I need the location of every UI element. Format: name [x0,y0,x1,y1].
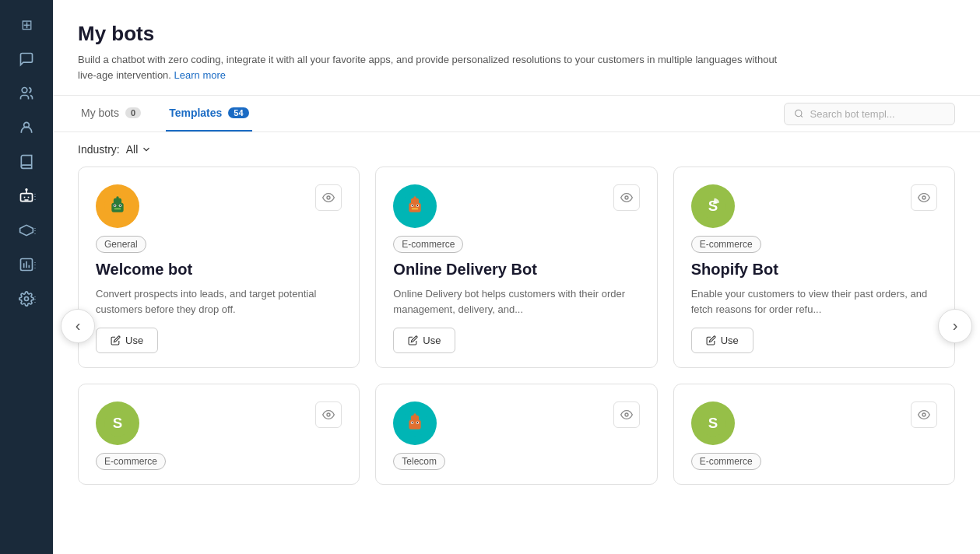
cards-grid-row1: General Welcome bot Convert prospects in… [78,167,955,368]
eye-icon [918,408,930,421]
card-welcome-bot: General Welcome bot Convert prospects in… [78,167,360,368]
svg-point-47 [922,413,926,416]
svg-point-34 [327,413,330,416]
svg-point-23 [412,205,413,206]
card-shopify-bot-3: S E-commerce [673,384,955,485]
tab-my-bots[interactable]: My bots 0 [78,96,144,131]
edit-icon [706,335,716,345]
card5-preview[interactable] [613,401,640,428]
svg-point-40 [412,422,413,423]
shopify-bot-avatar: S [691,184,735,228]
svg-point-16 [116,196,118,198]
search-box[interactable] [784,103,955,125]
card6-tag: E-commerce [691,453,761,470]
chat-icon[interactable] [11,44,42,75]
shopify-bot2-avatar: S [96,401,139,445]
svg-text:S: S [708,415,717,431]
main-content: My bots Build a chatbot with zero coding… [53,0,980,554]
cards-grid-row2: S E-commerce [78,384,955,485]
svg-point-3 [26,189,27,191]
shopify-bot-desc: Enable your customers to view their past… [691,286,937,317]
filter-row: Industry: All [53,132,980,167]
chart-icon[interactable]: ⋮ [11,249,42,280]
welcome-bot-avatar [96,184,139,228]
edit-icon [111,335,121,345]
delivery-bot-desc: Online Delivery bot helps customers with… [393,286,639,317]
welcome-bot-title: Welcome bot [96,261,342,279]
eye-icon [322,191,335,204]
shopify-bot-tag: E-commerce [691,236,761,253]
shopify-bot-preview[interactable] [911,184,937,211]
filter-label: Industry: [78,143,120,156]
card4-tag: E-commerce [96,453,166,470]
person-icon[interactable] [11,112,42,143]
svg-point-31 [922,196,926,199]
svg-point-13 [120,205,121,206]
eye-icon [322,408,335,421]
svg-point-17 [327,196,330,199]
card-online-delivery-bot: E-commerce Online Delivery Bot Online De… [375,167,657,368]
delivery-bot-use-button[interactable]: Use [393,328,455,353]
delivery-bot-preview[interactable] [613,184,640,211]
sidebar: ⊞ ⋮ ⋮ ⋮ ⋮ [0,0,53,554]
svg-rect-14 [114,209,121,210]
page-title: My bots [78,22,955,46]
page-header: My bots Build a chatbot with zero coding… [53,0,980,96]
svg-rect-25 [412,209,419,210]
card6-preview[interactable] [911,401,937,428]
svg-point-6 [796,110,802,116]
shopify-bot-use-button[interactable]: Use [691,328,753,353]
search-icon [794,108,804,119]
svg-point-0 [22,88,27,93]
delivery-bot-title: Online Delivery Bot [393,261,639,279]
tab-templates[interactable]: Templates 54 [166,96,251,131]
tabs-row: My bots 0 Templates 54 [53,96,980,132]
svg-point-44 [625,413,628,416]
welcome-bot-preview[interactable] [315,184,342,211]
welcome-bot-desc: Convert prospects into leads, and target… [96,286,342,317]
svg-point-28 [625,196,628,199]
cards-wrapper: ‹ [78,167,955,485]
delivery-bot-tag: E-commerce [393,236,463,253]
svg-point-12 [114,205,116,206]
edit-icon [408,335,418,345]
svg-text:S: S [113,415,122,431]
search-input[interactable] [810,108,945,120]
cards-area: ‹ [53,167,980,554]
learn-more-link[interactable]: Learn more [174,69,226,81]
grid-icon[interactable]: ⊞ [11,9,42,40]
megaphone-icon[interactable]: ⋮ [11,215,42,246]
bot-icon[interactable]: ⋮ [11,181,42,212]
telecom-bot-avatar [393,401,437,445]
svg-point-43 [414,413,416,416]
next-arrow[interactable]: › [938,309,972,343]
svg-point-41 [417,422,419,423]
page-description: Build a chatbot with zero coding, integr… [78,52,778,82]
svg-point-24 [417,205,419,206]
settings-icon[interactable]: ⋮ [11,283,42,314]
welcome-bot-use-button[interactable]: Use [96,328,158,353]
shopify-bot3-avatar: S [691,401,735,445]
eye-icon [620,191,633,204]
eye-icon [620,408,633,421]
welcome-bot-tag: General [96,236,146,253]
contacts-icon[interactable] [11,78,42,109]
svg-point-27 [414,196,416,198]
card-shopify-bot: S E-commerce Shopify Bot Enable your cus… [673,167,955,368]
shopify-bot-title: Shopify Bot [691,261,937,279]
svg-point-5 [25,297,29,301]
industry-dropdown[interactable]: All [126,143,153,156]
book-icon[interactable] [11,146,42,177]
prev-arrow[interactable]: ‹ [61,309,95,343]
card-telecom-bot: Telecom [375,384,657,485]
delivery-bot-avatar [393,184,437,228]
card5-tag: Telecom [393,453,445,470]
chevron-down-icon [141,144,152,155]
card4-preview[interactable] [315,401,342,428]
eye-icon [918,191,930,204]
card-shopify-bot-2: S E-commerce [78,384,360,485]
